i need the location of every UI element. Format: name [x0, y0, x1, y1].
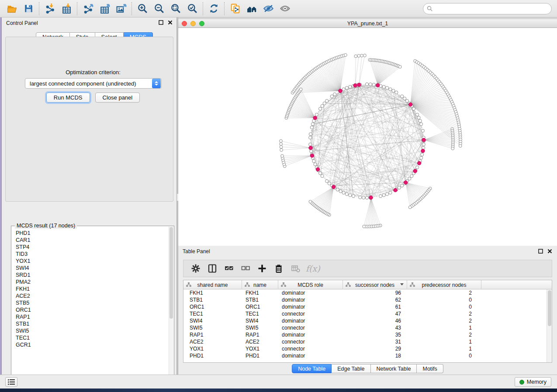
- mcds-result-item[interactable]: PHD1: [12, 230, 169, 237]
- mcds-result-item[interactable]: CAR1: [12, 237, 169, 244]
- mcds-result-item[interactable]: YOX1: [12, 258, 169, 265]
- export-image-button[interactable]: [113, 2, 129, 16]
- mcds-result-item[interactable]: TID3: [12, 251, 169, 258]
- first-neighbors-button[interactable]: [243, 2, 260, 16]
- cell-predecessor_nodes[interactable]: 2: [407, 310, 481, 317]
- column-header-shared-name[interactable]: shared name: [183, 280, 242, 289]
- settings-button[interactable]: [190, 262, 202, 275]
- table-row[interactable]: SWI5SWI5connector431: [183, 324, 547, 331]
- refresh-button[interactable]: [205, 2, 222, 16]
- sort-chevron-icon[interactable]: [400, 283, 404, 285]
- cell-name[interactable]: TEC1: [242, 310, 278, 317]
- cell-name[interactable]: FKH1: [242, 289, 278, 296]
- cell-mcds_role[interactable]: dominator: [278, 331, 343, 338]
- cell-predecessor_nodes[interactable]: 1: [407, 345, 481, 352]
- cell-mcds_role[interactable]: connector: [278, 324, 343, 331]
- table-row[interactable]: ORC1ORC1dominator610: [183, 303, 547, 310]
- cell-shared_name[interactable]: RAP1: [183, 331, 242, 338]
- table-row[interactable]: YOX1YOX1connector291: [183, 345, 547, 352]
- table-scrollbar[interactable]: [547, 289, 552, 362]
- column-header-successor-nodes[interactable]: successor nodes: [343, 280, 407, 289]
- cell-shared_name[interactable]: YOX1: [183, 345, 242, 352]
- select-all-button[interactable]: [223, 262, 235, 275]
- cell-mcds_role[interactable]: dominator: [278, 352, 343, 359]
- cell-successor_nodes[interactable]: 18: [343, 352, 407, 359]
- cell-mcds_role[interactable]: dominator: [278, 289, 343, 296]
- cell-name[interactable]: SWI5: [242, 324, 278, 331]
- mcds-result-item[interactable]: SWI5: [12, 327, 169, 334]
- zoom-selected-button[interactable]: [184, 2, 201, 16]
- tab-node-table[interactable]: Node Table: [292, 364, 332, 373]
- tab-motifs[interactable]: Motifs: [417, 364, 443, 373]
- import-table-button[interactable]: [58, 2, 75, 16]
- mcds-result-item[interactable]: GCR1: [12, 341, 169, 348]
- cell-successor_nodes[interactable]: 62: [343, 296, 407, 303]
- deselect-all-button[interactable]: [239, 262, 252, 275]
- float-table-panel-icon[interactable]: [538, 248, 543, 254]
- cell-mcds_role[interactable]: dominator: [278, 303, 343, 310]
- cell-successor_nodes[interactable]: 96: [343, 289, 407, 296]
- memory-button[interactable]: Memory: [515, 377, 551, 387]
- cell-name[interactable]: STB1: [242, 296, 278, 303]
- cell-name[interactable]: RAP1: [242, 331, 278, 338]
- cell-mcds_role[interactable]: dominator: [278, 296, 343, 303]
- close-table-panel-icon[interactable]: [547, 248, 553, 254]
- cell-shared_name[interactable]: STB1: [183, 296, 242, 303]
- mcds-result-item[interactable]: PMA2: [12, 279, 169, 285]
- table-row[interactable]: FKH1FKH1dominator962: [183, 289, 547, 296]
- cell-successor_nodes[interactable]: 61: [343, 303, 407, 310]
- mcds-result-scrollbar[interactable]: [169, 227, 173, 385]
- show-all-button[interactable]: [277, 2, 293, 16]
- hide-selected-button[interactable]: [260, 2, 277, 16]
- table-row[interactable]: ACE2ACE2connector311: [183, 338, 547, 345]
- mcds-result-item[interactable]: SWI4: [12, 265, 169, 272]
- mcds-result-item[interactable]: STB1: [12, 320, 169, 327]
- search-input[interactable]: [433, 4, 551, 13]
- cell-predecessor_nodes[interactable]: 2: [407, 331, 481, 338]
- cell-predecessor_nodes[interactable]: 0: [407, 352, 481, 359]
- cell-predecessor_nodes[interactable]: 0: [407, 296, 481, 303]
- export-network-button[interactable]: [80, 2, 96, 16]
- add-column-button[interactable]: [256, 262, 268, 275]
- column-header-name[interactable]: name: [242, 280, 278, 289]
- table-row[interactable]: SWI4SWI4dominator462: [183, 317, 547, 324]
- table-row[interactable]: RAP1RAP1dominator352: [183, 331, 547, 338]
- table-row[interactable]: STB1STB1dominator620: [183, 296, 547, 303]
- optimization-criterion-select[interactable]: largest connected component (undirected): [25, 78, 162, 89]
- cell-name[interactable]: YOX1: [242, 345, 278, 352]
- column-header-MCDS-role[interactable]: MCDS role: [278, 280, 343, 289]
- tab-edge-table[interactable]: Edge Table: [332, 364, 370, 373]
- import-network-button[interactable]: [42, 2, 58, 16]
- export-table-button[interactable]: [96, 2, 113, 16]
- column-header-predecessor-nodes[interactable]: predecessor nodes: [407, 280, 481, 289]
- mcds-result-item[interactable]: STP4: [12, 244, 169, 251]
- cell-name[interactable]: SWI4: [242, 317, 278, 324]
- cell-predecessor_nodes[interactable]: 0: [407, 303, 481, 310]
- columns-button[interactable]: [206, 262, 218, 275]
- cell-name[interactable]: ACE2: [242, 338, 278, 345]
- mcds-result-item[interactable]: FKH1: [12, 285, 169, 292]
- network-canvas[interactable]: [178, 28, 557, 246]
- close-panel-icon[interactable]: [167, 20, 173, 25]
- save-session-button[interactable]: [20, 2, 37, 16]
- cell-predecessor_nodes[interactable]: 1: [407, 324, 481, 331]
- table-row[interactable]: PHD1PHD1dominator180: [183, 352, 547, 359]
- mcds-result-item[interactable]: SRD1: [12, 272, 169, 279]
- float-panel-icon[interactable]: [158, 20, 164, 25]
- cell-predecessor_nodes[interactable]: 1: [407, 338, 481, 345]
- cell-successor_nodes[interactable]: 43: [343, 324, 407, 331]
- cell-mcds_role[interactable]: connector: [278, 345, 343, 352]
- zoom-in-button[interactable]: [134, 2, 151, 16]
- cell-successor_nodes[interactable]: 31: [343, 338, 407, 345]
- open-session-button[interactable]: [3, 2, 20, 16]
- cell-shared_name[interactable]: TEC1: [183, 310, 242, 317]
- mcds-result-item[interactable]: RAP1: [12, 313, 169, 320]
- cell-name[interactable]: PHD1: [242, 352, 278, 359]
- cell-successor_nodes[interactable]: 46: [343, 317, 407, 324]
- zoom-fit-button[interactable]: [167, 2, 184, 16]
- delete-column-button[interactable]: [273, 262, 285, 275]
- close-panel-button[interactable]: Close panel: [95, 93, 140, 103]
- cell-shared_name[interactable]: SWI5: [183, 324, 242, 331]
- table-row[interactable]: TEC1TEC1connector472: [183, 310, 547, 317]
- cell-name[interactable]: ORC1: [242, 303, 278, 310]
